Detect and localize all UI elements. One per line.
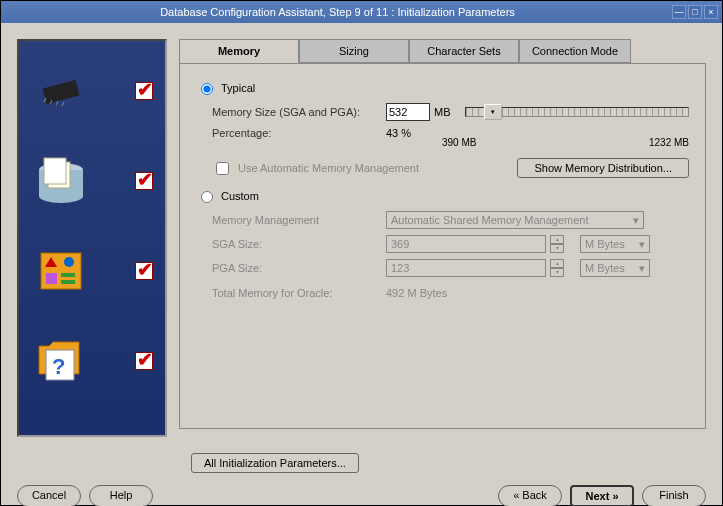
wizard-window: Database Configuration Assistant, Step 9… [0,0,723,506]
typical-label: Typical [221,82,255,94]
pga-label: PGA Size: [212,262,382,274]
svg-rect-13 [46,273,57,284]
svg-rect-9 [44,158,66,184]
memory-slider[interactable]: ▾ [465,107,690,117]
chevron-down-icon: ▾ [639,262,645,275]
typical-radio[interactable] [201,83,213,95]
tab-memory[interactable]: Memory [179,39,299,63]
tab-bar: Memory Sizing Character Sets Connection … [179,39,706,63]
custom-label: Custom [221,190,259,202]
slider-min-label: 390 MB [442,137,476,148]
svg-rect-15 [61,280,75,284]
svg-rect-0 [43,80,80,104]
sga-unit-select: M Bytes▾ [580,235,650,253]
slider-thumb-icon[interactable]: ▾ [484,104,502,120]
memory-management-select[interactable]: Automatic Shared Memory Management ▾ [386,211,644,229]
cancel-button[interactable]: Cancel [17,485,81,506]
next-button[interactable]: Next » [570,485,634,506]
total-memory-value: 492 M Bytes [386,287,447,299]
sga-input [386,235,546,253]
pga-spinner: ▴▾ [550,259,564,277]
step-check-icon [135,262,153,280]
slider-max-label: 1232 MB [649,137,689,148]
help-folder-icon: ? [31,334,91,389]
tab-connection-mode[interactable]: Connection Mode [519,39,631,63]
svg-point-7 [39,189,83,203]
pga-unit-select: M Bytes▾ [580,259,650,277]
finish-button[interactable]: Finish [642,485,706,506]
memory-size-input[interactable] [386,103,430,121]
help-button[interactable]: Help [89,485,153,506]
svg-line-4 [62,102,64,106]
tab-sizing[interactable]: Sizing [299,39,409,63]
wizard-sidebar: ? [17,39,167,437]
pga-input [386,259,546,277]
memory-panel: Typical Memory Size (SGA and PGA): MB ▾ … [179,63,706,429]
minimize-button[interactable]: — [672,5,686,19]
all-init-params-button[interactable]: All Initialization Parameters... [191,453,359,473]
auto-memory-checkbox[interactable] [216,162,229,175]
chevron-down-icon: ▾ [633,214,639,227]
show-memory-distribution-button[interactable]: Show Memory Distribution... [517,158,689,178]
svg-text:?: ? [52,354,65,379]
chevron-down-icon: ▾ [639,238,645,251]
close-button[interactable]: × [704,5,718,19]
memory-size-label: Memory Size (SGA and PGA): [212,106,382,118]
wizard-button-bar: Cancel Help « Back Next » Finish [1,477,722,506]
svg-point-12 [64,257,74,267]
shapes-icon [31,244,91,299]
window-title: Database Configuration Assistant, Step 9… [5,6,670,18]
database-files-icon [31,154,91,209]
step-check-icon [135,352,153,370]
titlebar: Database Configuration Assistant, Step 9… [1,1,722,23]
svg-line-3 [56,101,58,105]
chip-icon [31,64,91,119]
total-memory-label: Total Memory for Oracle: [212,287,382,299]
memory-size-unit: MB [434,106,451,118]
back-button[interactable]: « Back [498,485,562,506]
step-check-icon [135,82,153,100]
auto-memory-label: Use Automatic Memory Management [238,162,419,174]
mm-value: Automatic Shared Memory Management [391,214,588,226]
step-check-icon [135,172,153,190]
maximize-button[interactable]: □ [688,5,702,19]
percentage-value: 43 % [386,127,436,139]
sga-label: SGA Size: [212,238,382,250]
svg-rect-14 [61,273,75,277]
tab-character-sets[interactable]: Character Sets [409,39,519,63]
sga-spinner: ▴▾ [550,235,564,253]
custom-radio[interactable] [201,191,213,203]
percentage-label: Percentage: [212,127,382,139]
mm-label: Memory Management [212,214,382,226]
